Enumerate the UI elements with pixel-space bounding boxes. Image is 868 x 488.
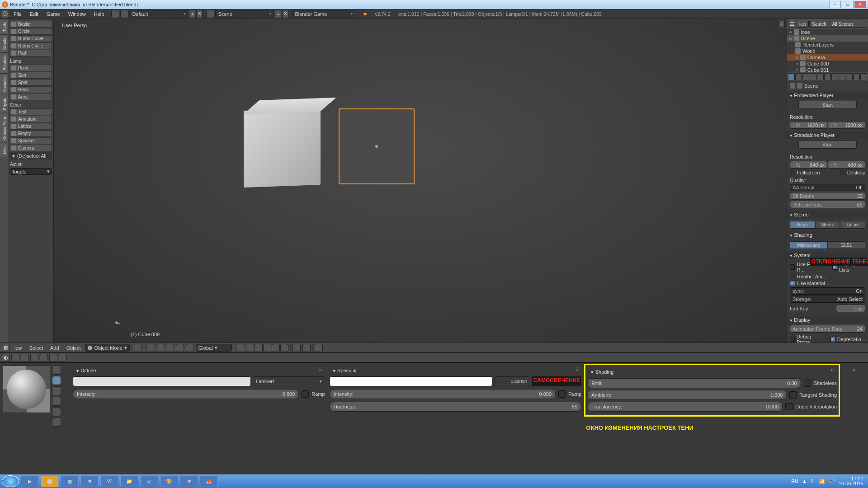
shadeless-checkbox[interactable] xyxy=(804,380,811,387)
use-frame-checkbox[interactable] xyxy=(790,264,795,270)
preview-world-button[interactable] xyxy=(52,418,61,427)
fullscreen-checkbox[interactable] xyxy=(790,170,795,175)
vh-view[interactable]: iew xyxy=(12,345,25,351)
shading-mode-icon[interactable] xyxy=(134,344,142,352)
outliner-item[interactable]: ○Cube.001 xyxy=(787,67,868,72)
props-tab-object[interactable] xyxy=(817,73,824,80)
standalone-player-header[interactable]: Standalone Player xyxy=(787,131,868,139)
specular-shader-dropdown[interactable]: CookTorr xyxy=(494,376,530,386)
task-blender[interactable]: ✹ xyxy=(80,475,99,487)
vh-select[interactable]: Select xyxy=(27,345,46,351)
del-scene-button[interactable]: ✕ xyxy=(282,10,288,18)
layer-3[interactable] xyxy=(263,344,271,352)
vh-add[interactable]: Add xyxy=(47,345,62,351)
emit-field[interactable]: Emit:0.00 xyxy=(587,378,801,388)
task-media[interactable]: ▶ xyxy=(21,475,39,487)
storage-dropdown[interactable]: Storage:Auto Select xyxy=(790,296,865,303)
embedded-player-header[interactable]: Embedded Player xyxy=(787,92,868,99)
hardness-field[interactable]: Hardness:59 xyxy=(330,402,582,412)
preview-flat-button[interactable] xyxy=(52,366,61,375)
menu-edit[interactable]: Edit xyxy=(26,11,42,17)
specular-color-swatch[interactable] xyxy=(330,376,492,386)
embedded-start-button[interactable]: Start xyxy=(798,101,857,109)
cube-object-1[interactable] xyxy=(244,108,321,188)
snap-icon[interactable] xyxy=(292,344,301,352)
layer-1[interactable] xyxy=(246,344,254,352)
restrict-checkbox[interactable] xyxy=(790,274,795,279)
scene-dropdown[interactable]: Scene▾ xyxy=(215,10,274,18)
add-lattice-button[interactable]: Lattice xyxy=(9,123,52,130)
tangent-checkbox[interactable] xyxy=(789,391,797,399)
layer-5[interactable] xyxy=(280,344,288,352)
outliner-item[interactable]: World xyxy=(787,48,868,54)
exit-key-field[interactable]: Esc xyxy=(836,305,865,312)
preview-hair-button[interactable] xyxy=(52,407,61,416)
task-paint[interactable]: 🎨 xyxy=(160,475,178,487)
deprec-checkbox[interactable] xyxy=(830,337,835,342)
layer-2[interactable] xyxy=(255,344,263,352)
cube-object-2-selected[interactable] xyxy=(339,108,415,184)
res-y-field[interactable]: ‹ Y:1080 px xyxy=(828,121,865,129)
add-empty-button[interactable]: Empty xyxy=(9,130,52,137)
layer-4[interactable] xyxy=(272,344,280,352)
deselect-header[interactable]: ▼ (De)select All xyxy=(9,152,52,160)
add-area-button[interactable]: Area xyxy=(9,94,52,100)
layers-icon[interactable] xyxy=(236,344,244,352)
ambient-field[interactable]: Ambient:1.000 xyxy=(587,390,787,400)
task-gimp[interactable]: 🦊 xyxy=(200,475,218,487)
add-nurbs-circle-button[interactable]: Nurbs Circle xyxy=(9,42,52,49)
diffuse-header[interactable]: Diffuse⠿ xyxy=(73,366,325,375)
specular-intensity-field[interactable]: Intensity:0.000 xyxy=(330,389,556,399)
outliner-item[interactable]: ○Camera xyxy=(787,54,868,61)
cubic-checkbox[interactable] xyxy=(785,403,793,410)
close-button[interactable]: ✕ xyxy=(854,1,866,8)
task-word[interactable]: W xyxy=(100,475,118,487)
add-nurbs-curve-button[interactable]: Nurbs Curve xyxy=(9,35,52,42)
3d-viewport[interactable]: User Persp ⬑ (1) Cube.009 + xyxy=(53,19,787,343)
tab-relation[interactable]: Relation xyxy=(0,52,8,73)
mat-shading-header[interactable]: Shading⠿ xyxy=(587,367,837,376)
render-icon[interactable] xyxy=(315,344,323,352)
add-circle-button[interactable]: Circle xyxy=(9,28,52,35)
preview-sphere-button[interactable] xyxy=(52,376,61,385)
sa-res-y-field[interactable]: ‹ Y:480 px xyxy=(828,161,865,169)
props-tab-modifiers[interactable] xyxy=(831,73,838,80)
manipulator-icon[interactable] xyxy=(156,344,164,352)
props-tab-data[interactable] xyxy=(839,73,845,80)
tray-flag-icon[interactable]: ⚐ xyxy=(811,479,815,484)
props-tab-scene[interactable] xyxy=(802,73,809,80)
add-spot-button[interactable]: Spot xyxy=(9,79,52,86)
start-button[interactable] xyxy=(2,475,19,487)
preview-cube-button[interactable] xyxy=(52,386,61,395)
diffuse-ramp-checkbox[interactable] xyxy=(302,390,309,398)
props-tab-physics[interactable] xyxy=(860,73,867,80)
outliner-editor-icon[interactable]: ☰ xyxy=(788,20,796,28)
add-sun-button[interactable]: Sun xyxy=(9,72,52,79)
add-point-button[interactable]: Point xyxy=(9,65,52,71)
menu-help[interactable]: Help xyxy=(90,11,108,17)
screen-layout-dropdown[interactable]: Default▾ xyxy=(129,10,188,18)
outliner-item[interactable]: ○lose xyxy=(787,29,868,35)
tab-animation[interactable]: Animatio xyxy=(0,73,8,95)
sync-dropdown[interactable]: sync:On xyxy=(790,287,865,295)
stereo-header[interactable]: Stereo xyxy=(787,211,868,218)
diffuse-color-swatch[interactable] xyxy=(73,376,251,386)
bitdepth-field[interactable]: Bit Depth:32 xyxy=(790,192,865,200)
editor-type-icon[interactable]: ⓘ xyxy=(1,10,9,18)
pivot-icon[interactable] xyxy=(146,344,154,352)
refresh-field[interactable]: Refresh Rate:60 xyxy=(790,201,865,208)
clock[interactable]: 17:27 16.06.2015 xyxy=(839,476,863,486)
add-layout-button[interactable]: + xyxy=(189,10,195,18)
props-tab-material[interactable] xyxy=(846,73,853,80)
rotate-icon[interactable] xyxy=(176,344,184,352)
translate-icon[interactable] xyxy=(166,344,174,352)
add-scene-button[interactable]: + xyxy=(275,10,281,18)
tray-up-icon[interactable]: ▲ xyxy=(802,479,807,484)
scale-icon[interactable] xyxy=(186,344,194,352)
tab-tools[interactable]: Tools xyxy=(0,19,8,34)
outliner-view[interactable]: iew xyxy=(797,21,809,28)
afr-field[interactable]: Animation Frame Rate:24 xyxy=(790,325,865,333)
props-tab-texture[interactable] xyxy=(853,73,860,80)
translucency-field[interactable]: Translucency:0.000 xyxy=(587,402,783,412)
shading-header[interactable]: Shading xyxy=(787,231,868,239)
